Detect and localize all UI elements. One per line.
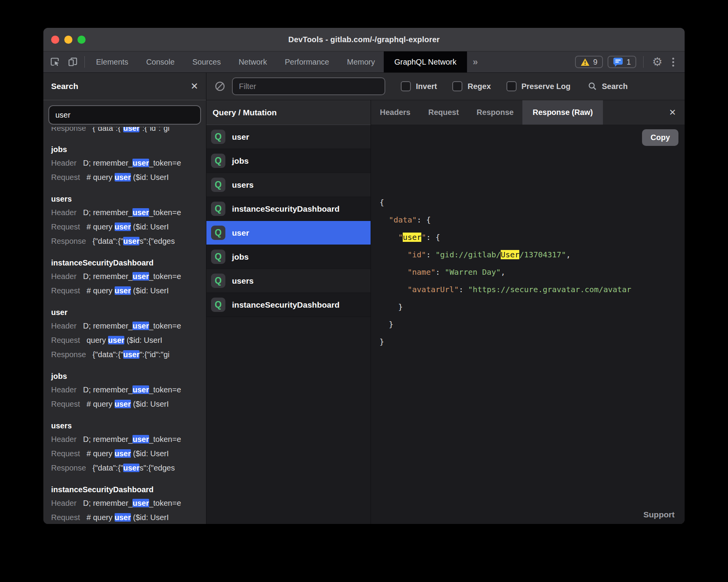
result-row[interactable]: Request # query user ($id: UserI [51,284,206,298]
result-row-label: Response [51,234,86,248]
inspect-element-icon[interactable] [50,56,60,67]
result-row-text: D; remember_user_token=e [83,269,181,284]
devtools-tab[interactable]: Memory [338,51,384,72]
filter-bar: Invert Regex Preserve Log Search [206,73,685,100]
result-row[interactable]: Response {"data":{"user":{"id":"gi [51,347,206,362]
query-type-badge: Q [211,298,225,312]
query-type-badge: Q [211,274,225,288]
devtools-tab[interactable]: Performance [276,51,338,72]
detail-tab[interactable]: Request [419,100,468,125]
search-result-partial-row[interactable]: Response {"data":{"user":{"id":"gi [51,127,206,135]
result-row[interactable]: Header D; remember_user_token=e [51,496,206,510]
option-label[interactable]: Preserve Log [522,82,571,91]
result-group-title[interactable]: users [51,193,206,205]
result-row[interactable]: Header D; remember_user_token=e [51,319,206,333]
result-row-label: Header [51,269,77,284]
query-panel: Query / Mutation Q user Q jobs Q users [206,100,371,524]
result-row-label: Header [51,205,77,220]
result-row[interactable]: Request # query user ($id: UserI [51,510,206,524]
support-link[interactable]: Support [644,510,675,519]
result-row[interactable]: Header D; remember_user_token=e [51,205,206,220]
query-list-item[interactable]: Q user [206,125,371,149]
result-group-title[interactable]: jobs [51,143,206,156]
search-result-group: users Header D; remember_user_token=e Re… [51,193,206,248]
search-input[interactable] [48,105,201,125]
devtools-tab[interactable]: Console [137,51,183,72]
result-row[interactable]: Response {"data":{"users":{"edges [51,234,206,248]
search-close-icon[interactable]: ✕ [191,81,198,92]
warnings-badge[interactable]: 9 [575,56,603,68]
result-row[interactable]: Request # query user ($id: UserI [51,397,206,411]
result-row-label: Response [51,127,86,135]
detail-tab[interactable]: Headers [371,100,419,125]
search-results: Response {"data":{"user":{"id":"gi jobs … [43,125,206,524]
warning-count: 9 [593,58,598,67]
result-row[interactable]: Request query user ($id: UserI [51,333,206,347]
clear-log-icon[interactable] [214,80,226,92]
close-window-button[interactable] [51,36,59,44]
result-row[interactable]: Request # query user ($id: UserI [51,220,206,234]
tab-graphql-network[interactable]: GraphQL Network [384,51,467,72]
search-panel-title: Search [51,82,78,91]
result-row[interactable]: Header D; remember_user_token=e [51,432,206,447]
result-row-text: D; remember_user_token=e [83,156,181,170]
option-checkbox[interactable] [452,81,462,91]
toolbar-right: 9 1 ⚙ [575,51,685,72]
copy-button[interactable]: Copy [642,129,678,146]
result-group-title[interactable]: jobs [51,370,206,383]
query-list-item[interactable]: Q user [206,221,371,245]
result-group-title[interactable]: user [51,306,206,319]
result-row[interactable]: Header D; remember_user_token=e [51,269,206,284]
option-checkbox[interactable] [507,81,517,91]
kebab-menu-icon[interactable] [669,58,678,67]
json-line: } [379,333,685,351]
query-list-item[interactable]: Q instanceSecurityDashboard [206,293,371,317]
result-group-title[interactable]: instanceSecurityDashboard [51,483,206,496]
result-row-label: Header [51,319,77,333]
toolbar-divider [84,56,85,68]
query-list-item[interactable]: Q users [206,173,371,197]
result-row-text: # query user ($id: UserI [87,284,169,298]
issues-badge[interactable]: 1 [608,56,636,68]
devtools-tab[interactable]: Network [230,51,276,72]
devtools-tab[interactable]: Sources [184,51,230,72]
query-list-item[interactable]: Q jobs [206,149,371,173]
result-row-label: Request [51,397,80,411]
result-row[interactable]: Header D; remember_user_token=e [51,156,206,170]
more-tabs-icon[interactable]: » [467,51,484,72]
result-row-text: # query user ($id: UserI [87,510,169,524]
main-area: Search ✕ Response {"data":{"user":{"id":… [43,73,685,524]
devtools-tab[interactable]: Elements [87,51,137,72]
detail-tab[interactable]: Response [468,100,523,125]
detail-tab[interactable]: Response (Raw) [522,100,603,125]
settings-gear-icon[interactable]: ⚙ [651,56,664,68]
panel-search-toggle[interactable]: Search [587,81,628,91]
result-row[interactable]: Request # query user ($id: UserI [51,447,206,461]
query-list-item[interactable]: Q instanceSecurityDashboard [206,197,371,221]
minimize-window-button[interactable] [64,36,72,44]
result-row[interactable]: Header D; remember_user_token=e [51,383,206,397]
query-type-badge: Q [211,154,225,168]
result-row-label: Response [51,347,86,362]
result-group-title[interactable]: users [51,419,206,432]
detail-tabrow: HeadersRequestResponseResponse (Raw) ✕ [371,100,685,125]
toolbar-divider [643,56,644,68]
query-list-item[interactable]: Q users [206,269,371,293]
option-checkbox[interactable] [401,81,411,91]
result-row[interactable]: Response {"data":{"users":{"edges [51,461,206,475]
zoom-window-button[interactable] [77,36,86,44]
query-list-item[interactable]: Q jobs [206,245,371,269]
panel-search-label: Search [602,82,628,91]
search-result-groups: jobs Header D; remember_user_token=e Req… [51,143,206,524]
search-result-group: jobs Header D; remember_user_token=e Req… [51,370,206,411]
json-line: "name": "Warren Day", [379,264,685,281]
option-label[interactable]: Invert [416,82,437,91]
option-label[interactable]: Regex [467,82,491,91]
detail-close-icon[interactable]: ✕ [661,100,685,125]
toolbar-left-icons [43,51,78,72]
result-group-title[interactable]: instanceSecurityDashboard [51,257,206,269]
result-row[interactable]: Request # query user ($id: UserI [51,170,206,185]
query-list: Q user Q jobs Q users Q instanceSecurity… [206,125,371,317]
filter-input[interactable] [232,77,385,95]
toggle-device-toolbar-icon[interactable] [67,56,78,67]
